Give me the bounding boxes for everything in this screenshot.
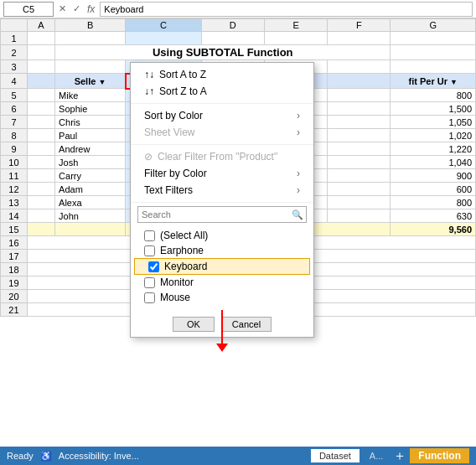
col-header-B[interactable]: B [55,19,126,32]
cell-A1[interactable] [27,32,54,45]
cell-F1[interactable] [328,32,391,45]
checkbox-keyboard-input[interactable] [148,261,159,272]
formula-input[interactable]: Keyboard [100,2,473,17]
sort-z-to-a[interactable]: ↓↑ Sort Z to A [131,83,313,100]
cell-F6[interactable] [328,102,391,116]
cell-A4[interactable] [27,74,54,89]
text-filters[interactable]: Text Filters › [131,182,313,199]
checkbox-mouse[interactable]: Mouse [131,290,313,305]
cell-G14[interactable]: 630 [391,209,476,223]
cell-A3[interactable] [27,60,54,74]
filter-by-color[interactable]: Filter by Color › [131,165,313,182]
checkbox-earphone-input[interactable] [144,245,155,256]
cell-B8[interactable]: Paul [55,129,126,142]
cell-A8[interactable] [27,129,54,142]
cell-G4[interactable]: fit Per Ur ▼ [391,74,476,89]
cell-F8[interactable] [328,129,391,142]
checkbox-monitor-input[interactable] [144,277,155,288]
checkbox-mouse-input[interactable] [144,292,155,303]
cell-G13[interactable]: 800 [391,196,476,209]
clear-filter[interactable]: ⊘ Clear Filter From "Product" [131,148,313,165]
search-input[interactable] [137,206,307,223]
color-sort-section: Sort by Color › Sheet View › [131,104,313,145]
col-header-E[interactable]: E [264,19,327,32]
cell-B1[interactable] [55,32,126,45]
cell-G11[interactable]: 900 [391,169,476,183]
cell-B4[interactable]: Selle ▼ [55,74,126,89]
cell-G6[interactable]: 1,500 [391,102,476,116]
insert-function-btn[interactable]: fx [85,3,96,15]
cell-G3[interactable] [391,60,476,74]
cancel-button[interactable]: Cancel [221,317,272,332]
cell-G9[interactable]: 1,220 [391,142,476,156]
cell-F3[interactable] [328,60,391,74]
cell-G15[interactable]: 9,560 [391,223,476,236]
name-box[interactable]: C5 [3,2,54,17]
confirm-formula-btn[interactable]: ✓ [71,3,82,14]
col-header-G[interactable]: G [391,19,476,32]
cell-B12[interactable]: Adam [55,183,126,196]
cell-F7[interactable] [328,116,391,129]
cell-B9[interactable]: Andrew [55,142,126,156]
cell-B11[interactable]: Carry [55,169,126,183]
cell-C1[interactable] [126,32,201,45]
cell-F12[interactable] [328,183,391,196]
cell-B13[interactable]: Alexa [55,196,126,209]
checkbox-select-all[interactable]: (Select All) [131,228,313,243]
cell-G5[interactable]: 800 [391,89,476,102]
cell-F11[interactable] [328,169,391,183]
cell-A12[interactable] [27,183,54,196]
cell-A7[interactable] [27,116,54,129]
cancel-formula-btn[interactable]: ✕ [57,3,68,14]
dataset-tab[interactable]: Dataset [311,449,360,462]
cell-A2[interactable] [27,45,54,60]
cell-A15[interactable] [27,223,54,236]
checkbox-monitor[interactable]: Monitor [131,275,313,290]
cell-B5[interactable]: Mike [55,89,126,102]
cell-A14[interactable] [27,209,54,223]
ok-button[interactable]: OK [173,317,215,332]
cell-A5[interactable] [27,89,54,102]
cell-B14[interactable]: John [55,209,126,223]
cell-B6[interactable]: Sophie [55,102,126,116]
col-header-A[interactable]: A [27,19,54,32]
cell-G12[interactable]: 600 [391,183,476,196]
cell-F10[interactable] [328,156,391,169]
cell-F5[interactable] [328,89,391,102]
cell-B10[interactable]: Josh [55,156,126,169]
checkbox-list: (Select All) Earphone Keyboard Monitor M… [131,226,313,307]
function-button[interactable]: Function [410,448,469,463]
checkbox-keyboard[interactable]: Keyboard [134,258,310,275]
cell-B15[interactable] [55,223,126,236]
sort-a-to-z[interactable]: ↑↓ Sort A to Z [131,66,313,83]
checkbox-earphone[interactable]: Earphone [131,243,313,258]
cell-G8[interactable]: 1,020 [391,129,476,142]
rownum-19: 19 [1,276,28,290]
cell-G10[interactable]: 1,040 [391,156,476,169]
cell-E1[interactable] [264,32,327,45]
cell-B3[interactable] [55,60,126,74]
cell-G1[interactable] [391,32,476,45]
sheet-view[interactable]: Sheet View › [131,124,313,141]
cell-F4[interactable] [328,74,391,89]
col-header-D[interactable]: D [201,19,264,32]
cell-A9[interactable] [27,142,54,156]
col-header-C[interactable]: C [126,19,201,32]
cell-F14[interactable] [328,209,391,223]
cell-A10[interactable] [27,156,54,169]
rownum-11: 11 [1,169,28,183]
cell-F13[interactable] [328,196,391,209]
cell-D1[interactable] [201,32,264,45]
tab2[interactable]: A... [363,449,391,462]
cell-G7[interactable]: 1,050 [391,116,476,129]
cell-B7[interactable]: Chris [55,116,126,129]
sort-by-color[interactable]: Sort by Color › [131,107,313,124]
col-header-F[interactable]: F [328,19,391,32]
cell-A6[interactable] [27,102,54,116]
add-sheet-btn[interactable]: ＋ [393,447,406,465]
cell-G2[interactable] [391,45,476,60]
cell-F9[interactable] [328,142,391,156]
cell-A13[interactable] [27,196,54,209]
cell-A11[interactable] [27,169,54,183]
checkbox-select-all-input[interactable] [144,230,155,241]
